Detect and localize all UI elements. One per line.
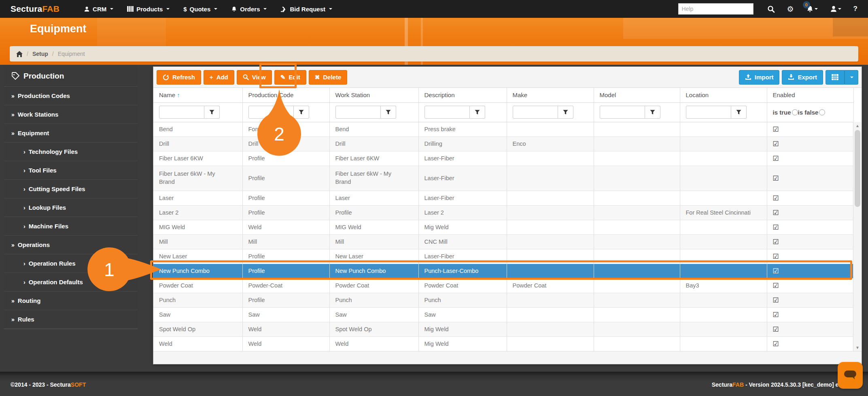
table-row-new-punch-combo[interactable]: New Punch ComboProfileNew Punch ComboPun… <box>153 264 853 278</box>
filter-input-location[interactable] <box>686 106 731 119</box>
sidebar-item-tool-files[interactable]: ›Tool Files <box>4 161 138 180</box>
add-button[interactable]: + Add <box>204 70 234 85</box>
enabled-true-radio[interactable] <box>792 109 798 115</box>
filter-input-work-station[interactable] <box>335 106 381 119</box>
import-button[interactable]: Import <box>739 70 780 85</box>
scrollbar-thumb[interactable] <box>855 130 860 207</box>
sidebar-item-equipment[interactable]: »Equipment <box>4 124 138 143</box>
column-header-name[interactable]: Name ↑ <box>153 88 242 102</box>
filter-funnel-button-location[interactable] <box>731 106 747 119</box>
filter-funnel-button-model[interactable] <box>645 106 660 119</box>
table-row-mill[interactable]: MillMillMillCNC Mill☑ <box>153 234 853 249</box>
table-row-mig-weld[interactable]: MIG WeldWeldMIG WeldMig Weld☑ <box>153 220 853 234</box>
sidebar-item-label: Machine Files <box>29 223 68 230</box>
sidebar-item-routing[interactable]: »Routing <box>4 292 138 310</box>
table-row-laser[interactable]: LaserProfileLaserLaser-Fiber☑ <box>153 191 853 205</box>
view-button[interactable]: View <box>237 70 272 85</box>
filter-funnel-button-work-station[interactable] <box>381 106 396 119</box>
sidebar-item-operation-rules[interactable]: ›Operation Rules <box>4 254 138 273</box>
table-row-saw[interactable]: SawSawSawSaw☑ <box>153 307 853 322</box>
gear-icon[interactable]: ⚙ <box>787 5 794 13</box>
filter-input-model[interactable] <box>600 106 645 119</box>
user-menu-icon[interactable] <box>830 5 841 13</box>
filter-funnel-button-make[interactable] <box>558 106 573 119</box>
export-button[interactable]: Export <box>782 70 823 85</box>
search-icon[interactable] <box>767 5 775 13</box>
cell-description: Laser 2 <box>418 205 507 220</box>
help-question-icon[interactable]: ? <box>853 5 857 13</box>
main-region: Production »Production Codes»Work Statio… <box>0 65 868 372</box>
filter-input-production-code[interactable] <box>248 106 294 119</box>
column-header-location[interactable]: Location <box>680 88 767 102</box>
cell-text: Profile <box>248 195 265 201</box>
cell-text: MIG Weld <box>159 224 185 230</box>
table-row-powder-coat[interactable]: Powder CoatPowder-CoatPowder CoatPowder … <box>153 278 853 293</box>
refresh-button[interactable]: Refresh <box>157 70 201 85</box>
filter-funnel-button-production-code[interactable] <box>294 106 309 119</box>
cell-description: Laser-Fiber <box>418 166 507 191</box>
table-row-laser-2[interactable]: Laser 2ProfileProfileLaser 2For Real Ste… <box>153 205 853 220</box>
cell-text: Profile <box>248 297 265 303</box>
nav-item-products[interactable]: Products <box>127 6 170 13</box>
filter-input-make[interactable] <box>513 106 558 119</box>
sidebar: Production »Production Codes»Work Statio… <box>4 66 138 329</box>
filter-funnel-button-description[interactable] <box>470 106 485 119</box>
column-chooser-button[interactable] <box>826 70 845 85</box>
nav-item-orders[interactable]: Orders <box>231 6 267 13</box>
sidebar-item-lookup-files[interactable]: ›Lookup Files <box>4 198 138 217</box>
sidebar-item-cutting-speed-files[interactable]: ›Cutting Speed Files <box>4 180 138 198</box>
edit-button[interactable]: ✎ Edit <box>274 70 306 85</box>
cell-text: Profile <box>335 209 352 216</box>
checked-checkbox-icon: ☑ <box>773 296 779 304</box>
table-row-punch[interactable]: PunchProfilePunchPunch☑ <box>153 293 853 307</box>
sidebar-item-label: Cutting Speed Files <box>29 185 85 192</box>
sidebar-item-technology-files[interactable]: ›Technology Files <box>4 143 138 161</box>
vertical-scrollbar[interactable]: ▲ ▼ <box>853 122 861 351</box>
column-header-enabled[interactable]: Enabled <box>767 88 853 102</box>
enabled-false-radio[interactable] <box>819 109 825 115</box>
table-row-new-laser[interactable]: New LaserProfileNew LaserLaser-Fiber☑ <box>153 249 853 264</box>
caret-down-icon <box>850 77 853 78</box>
nav-item-crm[interactable]: CRM <box>84 6 113 13</box>
chat-widget-button[interactable] <box>838 362 863 389</box>
cell-make <box>507 191 594 205</box>
sidebar-item-operation-defaults[interactable]: ›Operation Defaults <box>4 273 138 292</box>
cell-text: Laser-Fiber <box>424 175 454 181</box>
grid-menu-caret-button[interactable] <box>845 70 858 85</box>
table-row-fiber-laser-6kw---my-brand[interactable]: Fiber Laser 6kW - My BrandProfileFiber L… <box>153 166 853 191</box>
cell-model <box>594 136 680 151</box>
sidebar-item-production-codes[interactable]: »Production Codes <box>4 87 138 105</box>
cell-work-station: Bend <box>329 122 418 136</box>
column-header-description[interactable]: Description <box>418 88 507 102</box>
add-label: Add <box>216 74 228 81</box>
column-header-model[interactable]: Model <box>594 88 680 102</box>
delete-button[interactable]: ✖ Delete <box>309 70 348 85</box>
scroll-up-arrow[interactable]: ▲ <box>853 122 862 129</box>
tag-icon <box>11 72 19 80</box>
scroll-down-arrow[interactable]: ▼ <box>853 344 862 351</box>
cell-description: Powder Coat <box>418 278 507 293</box>
table-row-fiber-laser-6kw[interactable]: Fiber Laser 6KWProfileFiber Laser 6KWLas… <box>153 151 853 166</box>
column-header-work-station[interactable]: Work Station <box>329 88 418 102</box>
filter-funnel-button-name[interactable] <box>204 106 220 119</box>
home-icon[interactable] <box>16 51 23 57</box>
sidebar-item-work-stations[interactable]: »Work Stations <box>4 105 138 124</box>
table-row-bend[interactable]: BendFormBendPress brake☑ <box>153 122 853 136</box>
sidebar-item-rules[interactable]: »Rules <box>4 310 138 329</box>
app-logo[interactable]: SecturaFAB <box>11 4 59 14</box>
table-row-drill[interactable]: DrillDrillDrillDrillingEnco☑ <box>153 136 853 151</box>
sidebar-item-machine-files[interactable]: ›Machine Files <box>4 217 138 236</box>
breadcrumb-setup[interactable]: Setup <box>32 51 48 57</box>
filter-input-name[interactable] <box>159 106 204 119</box>
nav-item-quotes[interactable]: $Quotes <box>183 6 217 13</box>
filter-input-description[interactable] <box>424 106 470 119</box>
column-header-production-code[interactable]: Production Code <box>242 88 329 102</box>
cell-enabled: ☑ <box>767 122 853 136</box>
table-row-spot-weld-op[interactable]: Spot Weld OpWeldSpot Weld OpMig Weld☑ <box>153 322 853 336</box>
table-row-weld[interactable]: WeldWeldWeldMig Weld☑ <box>153 336 853 351</box>
column-header-make[interactable]: Make <box>507 88 594 102</box>
notifications-bell-icon[interactable]: 0 <box>806 5 818 13</box>
nav-item-bid-request[interactable]: Bid Request <box>280 6 332 13</box>
sidebar-item-operations[interactable]: »Operations <box>4 236 138 254</box>
help-input[interactable] <box>678 3 753 15</box>
